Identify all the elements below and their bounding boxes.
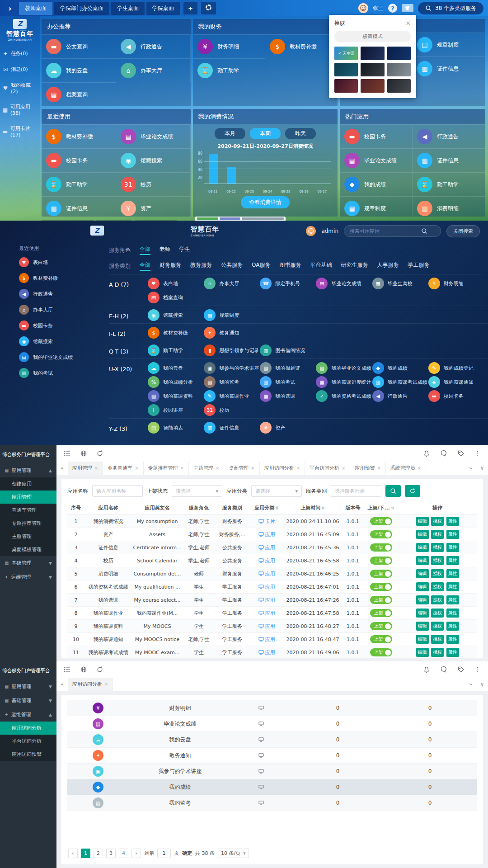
app-item[interactable]: ▥ 证件信息: [413, 57, 485, 80]
table-row[interactable]: 11 我的慕课考试成绩 My MOOC exam... 学生 学工服务 应用 2…: [67, 646, 477, 658]
recent-app-item[interactable]: ▬ 校园卡务: [19, 321, 97, 330]
column-header[interactable]: 上架时间: [284, 501, 342, 515]
app-item[interactable]: ¥ 资产: [116, 196, 191, 217]
app-item[interactable]: ▤ 规章制度: [413, 33, 485, 57]
sidebar-group[interactable]: ▦ 基础管理 ▼: [0, 693, 56, 708]
chat-icon[interactable]: [440, 666, 447, 673]
scroll-tabs-right-icon[interactable]: [465, 681, 476, 687]
app-item[interactable]: ▥ 证件信息: [413, 148, 485, 172]
app-item[interactable]: ▤ 档案查询: [42, 82, 116, 106]
tab-list-dropdown-icon[interactable]: [476, 681, 488, 687]
app-type-link[interactable]: 应用: [258, 545, 275, 551]
consumption-period-tab[interactable]: 本周: [250, 128, 281, 139]
recent-app-item[interactable]: ⌂ 办事大厅: [19, 305, 97, 315]
menu-list-icon[interactable]: [64, 450, 71, 457]
sidebar-item[interactable]: ▬ 可用卡片(17): [0, 121, 40, 142]
app-type-link[interactable]: 应用: [258, 610, 275, 616]
category-option[interactable]: 公共服务: [221, 261, 243, 271]
scroll-tabs-left-icon[interactable]: [56, 681, 68, 687]
column-header[interactable]: 操作: [398, 501, 477, 515]
app-item[interactable]: 31 校历: [204, 404, 260, 416]
sidebar-group[interactable]: ▦ 应用管理 ▼: [0, 679, 56, 693]
app-item[interactable]: ▬ 校园卡务: [42, 148, 116, 172]
app-item[interactable]: ◆ 我的成绩: [340, 172, 413, 196]
app-item[interactable]: ⌂ 办事大厅: [204, 278, 260, 289]
edit-button[interactable]: 编辑: [416, 543, 429, 552]
simple-mode-button[interactable]: 极简模式: [334, 31, 411, 42]
app-item[interactable]: ¥ 资产: [260, 422, 316, 434]
app-item[interactable]: ¥ 财务明细: [428, 278, 484, 289]
table-row[interactable]: 1 我的消费情况 My consumption 老师,学生 财务服务 卡片 20…: [67, 515, 477, 528]
desktop-tab[interactable]: 学院桌面: [146, 2, 180, 15]
edit-button[interactable]: 编辑: [416, 622, 429, 631]
recent-app-item[interactable]: $ 教材费补缴: [19, 273, 97, 283]
authorize-button[interactable]: 授权: [431, 530, 444, 539]
app-item[interactable]: ▤ 智能填表: [148, 422, 204, 434]
app-item[interactable]: ⌛ 勤工助学: [413, 172, 485, 196]
more-menu-icon[interactable]: [474, 450, 481, 457]
page-number-button[interactable]: 3: [106, 849, 116, 858]
table-row[interactable]: 3 证件信息 Certificate inform... 学生,老师 公共服务 …: [67, 541, 477, 554]
sidebar-item[interactable]: ▦ 可用应用(38): [0, 99, 40, 121]
admin-tab[interactable]: 系统管理员: [386, 462, 426, 475]
app-item[interactable]: ◉ 馆藏搜索: [116, 148, 191, 172]
table-row[interactable]: 6 我的资格考试成绩 My qualification ... 学生 学工服务 …: [67, 580, 477, 594]
app-item[interactable]: ⌛ 勤工助学: [193, 58, 265, 82]
table-row[interactable]: 8 我的慕课作业 我的慕课作业(M... 学生 学工服务 应用 2020-08-…: [67, 607, 477, 620]
property-button[interactable]: 属性: [446, 530, 459, 539]
app-item[interactable]: ¥ 财务明细: [193, 34, 265, 58]
sidebar-subitem[interactable]: 创建应用: [0, 477, 56, 491]
admin-tab[interactable]: 应用访问分析: [68, 678, 113, 691]
recent-app-item[interactable]: ▥ 我的考试: [19, 368, 97, 378]
property-button[interactable]: 属性: [446, 543, 459, 552]
category-option[interactable]: 图书服务: [279, 261, 301, 271]
help-icon[interactable]: [388, 4, 397, 13]
app-item[interactable]: ◀ 行政通告: [413, 124, 485, 148]
edit-button[interactable]: 编辑: [416, 517, 429, 526]
desktop-tab[interactable]: 学院部门办公桌面: [54, 2, 109, 15]
user-avatar[interactable]: [358, 3, 368, 13]
sort-icon[interactable]: [320, 505, 325, 511]
skin-swatch[interactable]: ✓: [334, 63, 358, 76]
skin-switcher-button[interactable]: [402, 4, 413, 12]
app-item[interactable]: ✦ 教务通知: [204, 327, 260, 339]
edit-button[interactable]: 编辑: [416, 609, 429, 618]
app-item[interactable]: $ 教材费补缴: [265, 34, 338, 58]
table-row[interactable]: ▣ 我参与的学术讲座 0 0: [67, 764, 477, 779]
column-header[interactable]: 版本号: [342, 501, 364, 515]
app-item[interactable]: ▦ 毕业生离校: [372, 278, 428, 289]
scroll-tabs-right-icon[interactable]: [465, 465, 476, 471]
table-row[interactable]: ◆ 我的成绩 0 0: [67, 779, 477, 795]
close-tab-icon[interactable]: [296, 466, 300, 471]
app-item[interactable]: ▥ 证件信息: [42, 196, 116, 217]
publish-toggle[interactable]: 上架: [370, 570, 392, 578]
app-item[interactable]: ▣ 我参与的学术讲座: [204, 362, 260, 374]
app-item[interactable]: ▬ 公文查询: [42, 34, 116, 58]
app-item[interactable]: ▤ 规章制度: [340, 196, 413, 217]
sort-icon[interactable]: [274, 505, 279, 511]
column-header[interactable]: 应用分类: [249, 501, 284, 515]
role-option[interactable]: 全部: [140, 245, 150, 255]
close-search-button[interactable]: 关闭搜索: [446, 225, 480, 237]
app-item[interactable]: ▥ 我的考试: [260, 376, 316, 388]
edit-button[interactable]: 编辑: [416, 582, 429, 591]
table-row[interactable]: 4 校历 School Calendar 学生,老师 公共服务 应用 2020-…: [67, 554, 477, 567]
desktop-tab[interactable]: 教师桌面: [19, 2, 52, 15]
consumption-period-tab[interactable]: 昨天: [285, 128, 316, 139]
authorize-button[interactable]: 授权: [431, 595, 444, 604]
skin-swatch[interactable]: ✓: [387, 63, 411, 76]
table-row[interactable]: 9 我的慕课资料 My MOOCS 学生 学工服务 应用 2020-08-21 …: [67, 620, 477, 633]
column-header[interactable]: 服务类别: [215, 501, 249, 515]
admin-tab[interactable]: 应用预警: [350, 462, 385, 475]
category-filter-select[interactable]: 请选择: [251, 485, 302, 497]
publish-toggle[interactable]: 上架: [370, 635, 392, 643]
sidebar-group[interactable]: ▦ 基础管理 ▼: [0, 556, 56, 570]
skin-swatch[interactable]: ✓: [361, 79, 384, 93]
admin-avatar[interactable]: [306, 226, 316, 236]
collapse-sidebar-icon[interactable]: [5, 3, 15, 14]
property-button[interactable]: 属性: [446, 622, 459, 631]
category-option[interactable]: 人事服务: [377, 261, 399, 271]
publish-toggle[interactable]: 上架: [370, 530, 392, 538]
app-item[interactable]: ⌛ 勤工助学: [42, 172, 116, 196]
app-item[interactable]: ☁ 我的云盘: [42, 58, 116, 82]
